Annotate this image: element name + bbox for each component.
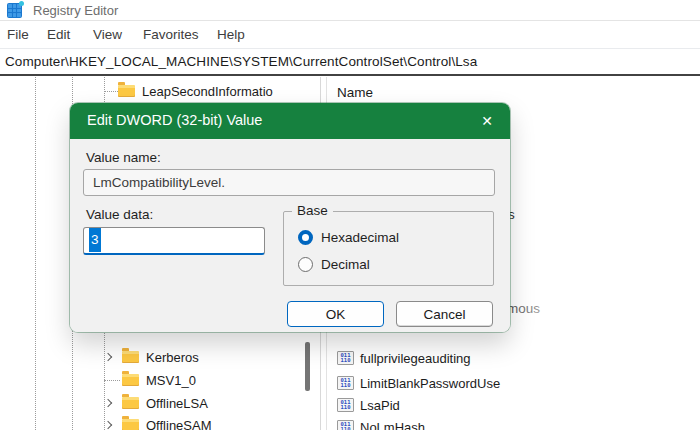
tree-item-label: Kerberos <box>146 350 199 365</box>
edit-dword-dialog: Edit DWORD (32-bit) Value ✕ Value name: … <box>70 103 510 332</box>
dialog-title: Edit DWORD (32-bit) Value <box>87 112 262 128</box>
radio-hexadecimal[interactable]: Hexadecimal <box>298 227 399 247</box>
menu-view[interactable]: View <box>93 27 122 42</box>
chevron-right-icon[interactable] <box>104 353 112 361</box>
column-header-name[interactable]: Name <box>337 85 373 100</box>
toolbar-divider <box>0 74 700 76</box>
menu-bar: File Edit View Favorites Help <box>0 21 700 49</box>
registry-editor-window: Registry Editor File Edit View Favorites… <box>0 0 700 430</box>
folder-icon <box>122 419 139 430</box>
tree-item-msv1_0[interactable]: MSV1_0 <box>96 369 196 391</box>
value-name-label: fullprivilegeauditing <box>360 351 471 366</box>
dialog-titlebar: Edit DWORD (32-bit) Value ✕ <box>70 103 510 139</box>
value-name-field[interactable]: LmCompatibilityLevel. <box>83 169 495 196</box>
value-name-label: LsaPid <box>360 398 400 413</box>
dword-binary-icon: 011110 <box>337 376 354 390</box>
tree-item-label: MSV1_0 <box>146 373 196 388</box>
tree-item-label: OfflineLSA <box>146 396 208 411</box>
menu-file[interactable]: File <box>7 27 29 42</box>
radio-decimal[interactable]: Decimal <box>298 254 370 274</box>
dialog-body: Value name: LmCompatibilityLevel. Value … <box>70 139 510 332</box>
dword-binary-icon: 011110 <box>337 398 354 412</box>
tree-scrollbar-thumb[interactable] <box>305 342 310 391</box>
value-name-caption: Value name: <box>86 150 161 165</box>
radio-unselected-icon <box>298 257 313 272</box>
value-row-nolmhash[interactable]: 011110 NoLmHash <box>337 416 425 430</box>
base-group-label: Base <box>292 203 333 218</box>
tree-item-offlinelsa[interactable]: OfflineLSA <box>96 392 208 414</box>
radio-label: Hexadecimal <box>321 230 399 245</box>
selected-text: 3 <box>89 228 101 252</box>
value-data-caption: Value data: <box>86 207 153 222</box>
tree-item-label: OfflineSAM <box>146 418 212 430</box>
chevron-right-icon[interactable] <box>104 399 112 407</box>
tree-item-offlinesam[interactable]: OfflineSAM <box>96 414 212 430</box>
ok-button[interactable]: OK <box>287 301 384 327</box>
value-row-limitblankpassworduse[interactable]: 011110 LimitBlankPasswordUse <box>337 372 500 394</box>
tree-item-kerberos[interactable]: Kerberos <box>96 346 199 368</box>
tree-item-label: LeapSecondInformatio <box>142 84 273 99</box>
base-groupbox: Base Hexadecimal Decimal <box>283 211 494 286</box>
value-data-input[interactable]: 3 <box>83 227 265 255</box>
radio-label: Decimal <box>321 257 370 272</box>
value-row-lsapid[interactable]: 011110 LsaPid <box>337 394 400 416</box>
folder-icon <box>122 374 139 386</box>
menu-help[interactable]: Help <box>217 27 245 42</box>
tree-guide-line <box>35 77 36 430</box>
tree-connector <box>104 91 118 92</box>
registry-editor-icon <box>7 3 22 18</box>
value-name-label: LimitBlankPasswordUse <box>360 376 500 391</box>
value-row-fullprivilegeauditing[interactable]: 011110 fullprivilegeauditing <box>337 347 471 369</box>
dword-binary-icon: 011110 <box>337 351 354 365</box>
radio-selected-icon <box>298 230 313 245</box>
dword-binary-icon: 011110 <box>337 420 354 430</box>
tree-item-leapsecondinformation[interactable]: LeapSecondInformatio <box>118 82 273 100</box>
white-fade-overlay <box>495 77 700 345</box>
cancel-button[interactable]: Cancel <box>396 301 493 327</box>
value-name-label: NoLmHash <box>360 420 425 430</box>
window-titlebar: Registry Editor <box>0 0 700 21</box>
menu-favorites[interactable]: Favorites <box>143 27 199 42</box>
folder-icon <box>122 351 139 363</box>
folder-icon <box>118 85 135 97</box>
close-icon[interactable]: ✕ <box>477 111 497 131</box>
registry-path: Computer\HKEY_LOCAL_MACHINE\SYSTEM\Curre… <box>5 54 477 69</box>
window-title: Registry Editor <box>33 3 118 18</box>
chevron-right-icon[interactable] <box>104 421 112 429</box>
address-bar[interactable]: Computer\HKEY_LOCAL_MACHINE\SYSTEM\Curre… <box>0 49 700 75</box>
menu-edit[interactable]: Edit <box>47 27 70 42</box>
folder-icon <box>122 397 139 409</box>
